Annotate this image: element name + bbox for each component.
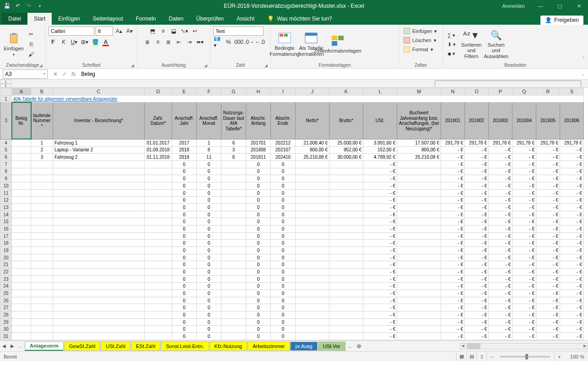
cell[interactable] [145, 218, 172, 225]
cell[interactable] [53, 283, 145, 290]
cell[interactable]: 952,00 € [329, 146, 363, 154]
row-header[interactable]: 12 [0, 197, 12, 204]
row-header[interactable]: 19 [0, 247, 12, 254]
cell[interactable]: - € [512, 168, 536, 175]
cell[interactable]: - € [465, 261, 489, 268]
cell[interactable]: 0 [197, 304, 221, 311]
cell[interactable]: 0 [246, 261, 271, 268]
cell[interactable]: - € [536, 333, 560, 340]
cell[interactable]: - € [512, 175, 536, 182]
col-header-R[interactable]: R [536, 88, 560, 96]
cell[interactable] [221, 318, 246, 326]
cell[interactable]: - € [489, 268, 512, 276]
cell[interactable] [397, 333, 441, 340]
cell[interactable] [145, 161, 172, 168]
cell[interactable]: 0 [197, 297, 221, 304]
row-header[interactable]: 3 [0, 102, 12, 139]
cell[interactable]: 2018 [172, 146, 197, 154]
cell[interactable] [31, 240, 53, 247]
cell[interactable] [329, 326, 363, 333]
cell[interactable]: - € [363, 318, 397, 326]
cell[interactable]: - € [489, 161, 512, 168]
cell[interactable] [221, 197, 246, 204]
thousands-icon[interactable]: 000 [234, 38, 243, 47]
redo-icon[interactable]: ↷ [25, 2, 33, 10]
cell[interactable] [12, 333, 31, 340]
col-header-G[interactable]: G [221, 88, 246, 96]
cell[interactable]: - € [536, 261, 560, 268]
cell[interactable] [221, 168, 246, 175]
launcher-icon[interactable]: ◢ [39, 63, 43, 68]
cell[interactable] [12, 218, 31, 225]
cell[interactable] [53, 204, 145, 211]
cell[interactable]: - € [465, 161, 489, 168]
cell[interactable] [221, 326, 246, 333]
share-button[interactable]: 👤Freigeben [540, 16, 583, 25]
cell[interactable]: - € [560, 254, 584, 261]
cell[interactable]: 0 [197, 197, 221, 204]
wrap-text-icon[interactable]: ↩ [190, 27, 200, 36]
cell[interactable]: - € [512, 232, 536, 240]
cell[interactable]: 0 [197, 182, 221, 190]
font-name-select[interactable] [49, 27, 94, 36]
cell[interactable] [329, 211, 363, 218]
cell[interactable] [329, 304, 363, 311]
cell[interactable] [221, 247, 246, 254]
cell[interactable] [145, 283, 172, 290]
paste-button[interactable]: Einfügen▾ [3, 32, 25, 57]
col-header-L[interactable]: L [363, 88, 397, 96]
row-header[interactable]: 11 [0, 189, 12, 197]
cell[interactable]: - € [536, 168, 560, 175]
cell[interactable] [12, 168, 31, 175]
cell[interactable] [329, 240, 363, 247]
cell[interactable]: - € [441, 326, 465, 333]
cell[interactable]: 0 [246, 232, 271, 240]
col-header-M[interactable]: M [397, 88, 441, 96]
cell[interactable]: 0 [246, 283, 271, 290]
autosum-button[interactable]: ∑ ▾ [446, 31, 458, 40]
cell[interactable] [329, 161, 363, 168]
cell[interactable]: 0 [271, 225, 296, 233]
cell[interactable] [145, 318, 172, 326]
cell[interactable]: 0 [271, 290, 296, 297]
row-header[interactable]: 31 [0, 333, 12, 340]
cell[interactable]: - € [489, 211, 512, 218]
cell[interactable] [53, 175, 145, 182]
row-header[interactable]: 5 [0, 146, 12, 154]
cell[interactable]: - € [465, 204, 489, 211]
tab-formulas[interactable]: Formeln [129, 13, 162, 25]
cell[interactable] [145, 275, 172, 283]
col-header-O[interactable]: O [465, 88, 489, 96]
cell[interactable] [329, 175, 363, 182]
tab-data[interactable]: Daten [162, 13, 190, 25]
cell[interactable]: 0 [246, 318, 271, 326]
cell[interactable]: - € [465, 175, 489, 182]
cell[interactable]: - € [489, 304, 512, 311]
cell[interactable] [397, 197, 441, 204]
cell[interactable] [296, 261, 329, 268]
launcher-icon[interactable]: ◢ [264, 63, 268, 68]
account-button[interactable]: Anmelden [496, 0, 530, 12]
delete-cells-button[interactable]: Löschen ▾ [402, 36, 438, 45]
cell[interactable] [296, 275, 329, 283]
cell[interactable]: - € [536, 290, 560, 297]
cell[interactable]: 0 [172, 197, 197, 204]
cell[interactable] [12, 211, 31, 218]
row-header[interactable]: 27 [0, 304, 12, 311]
cell[interactable]: 0 [246, 197, 271, 204]
cell[interactable] [31, 261, 53, 268]
cell[interactable] [12, 161, 31, 168]
cell[interactable]: 0 [197, 175, 221, 182]
cell[interactable]: - € [536, 225, 560, 233]
cell[interactable] [296, 318, 329, 326]
cell[interactable] [53, 232, 145, 240]
cell[interactable]: 800,00 € [397, 146, 441, 154]
cell[interactable]: 01.11.2018 [145, 154, 172, 161]
cell[interactable]: - € [489, 333, 512, 340]
cell[interactable]: - € [465, 182, 489, 190]
cell[interactable]: - € [560, 225, 584, 233]
cell[interactable]: 0 [246, 311, 271, 319]
cell[interactable]: 0 [172, 240, 197, 247]
cell[interactable]: - € [560, 232, 584, 240]
cell[interactable]: - € [512, 311, 536, 319]
